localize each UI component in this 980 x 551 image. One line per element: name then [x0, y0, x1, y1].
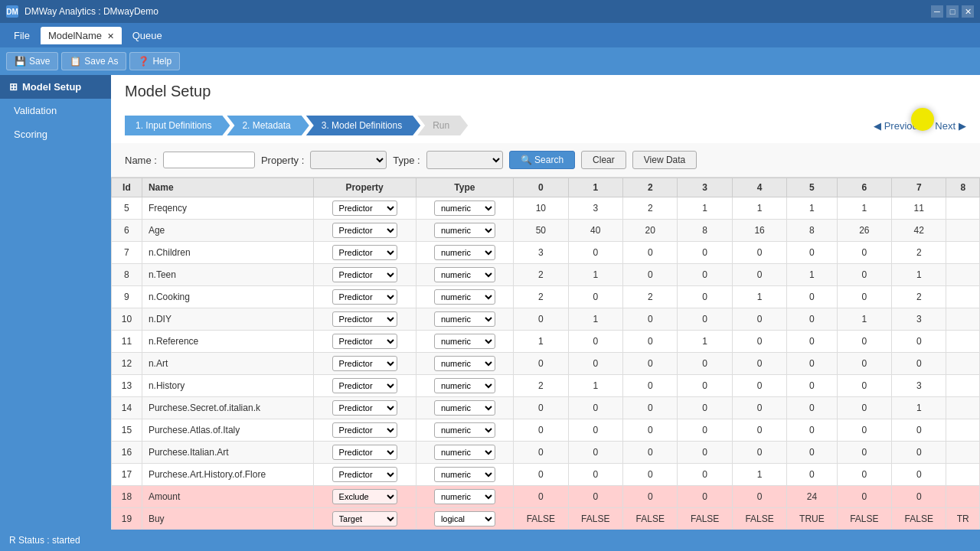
- property-select[interactable]: PredictorExcludeTarget: [332, 267, 397, 282]
- cell-property[interactable]: PredictorExcludeTarget: [313, 464, 416, 486]
- saveas-button[interactable]: 📋 Save As: [61, 52, 126, 70]
- type-select[interactable]: numericlogical: [434, 245, 495, 260]
- cell-property[interactable]: PredictorExcludeTarget: [313, 508, 416, 530]
- type-select[interactable]: numericlogical: [434, 378, 495, 393]
- cell-type[interactable]: numericlogical: [416, 220, 514, 242]
- name-input[interactable]: [163, 152, 255, 168]
- search-button[interactable]: 🔍 Search: [509, 151, 575, 169]
- property-select[interactable]: PredictorExcludeTarget: [332, 201, 397, 216]
- type-select[interactable]: numericlogical: [434, 289, 495, 305]
- cell-property[interactable]: PredictorExcludeTarget: [313, 197, 416, 220]
- cell-property[interactable]: PredictorExcludeTarget: [313, 397, 416, 419]
- cell-value-2: 0: [623, 308, 678, 331]
- property-select[interactable]: PredictorExcludeTarget: [332, 400, 397, 416]
- cell-value-2: 0: [623, 375, 678, 397]
- cell-type[interactable]: numericlogical: [416, 286, 514, 308]
- type-select[interactable]: numericlogical: [434, 422, 495, 438]
- next-button[interactable]: Next ▶: [935, 120, 966, 132]
- cell-property[interactable]: PredictorExcludeTarget: [313, 486, 416, 508]
- cell-type[interactable]: numericlogical: [416, 375, 514, 397]
- cell-type[interactable]: numericlogical: [416, 242, 514, 264]
- sidebar-item-scoring[interactable]: Scoring: [0, 122, 111, 146]
- close-button[interactable]: ✕: [962, 5, 974, 18]
- type-select[interactable]: numericlogical: [434, 467, 495, 482]
- viewdata-button[interactable]: View Data: [632, 151, 697, 169]
- table-row: 5FreqencyPredictorExcludeTargetnumericlo…: [112, 197, 980, 220]
- cell-type[interactable]: numericlogical: [416, 419, 514, 442]
- cell-type[interactable]: numericlogical: [416, 308, 514, 331]
- property-select[interactable]: PredictorExcludeTarget: [332, 356, 397, 371]
- cell-id: 5: [112, 197, 142, 220]
- cell-property[interactable]: PredictorExcludeTarget: [313, 286, 416, 308]
- cell-type[interactable]: numericlogical: [416, 331, 514, 353]
- cell-type[interactable]: numericlogical: [416, 353, 514, 375]
- wizard-nav-row: 1. Input Definitions 2. Metadata 3. Mode…: [111, 116, 980, 143]
- type-select[interactable]: numericlogical: [434, 511, 495, 527]
- cell-property[interactable]: PredictorExcludeTarget: [313, 419, 416, 442]
- tab-close-icon[interactable]: ✕: [107, 31, 114, 41]
- type-select[interactable]: numericlogical: [434, 334, 495, 349]
- type-select[interactable]: numericlogical: [434, 201, 495, 216]
- cell-property[interactable]: PredictorExcludeTarget: [313, 353, 416, 375]
- property-filter-select[interactable]: Predictor Exclude Target: [310, 151, 387, 169]
- cell-property[interactable]: PredictorExcludeTarget: [313, 242, 416, 264]
- cell-type[interactable]: numericlogical: [416, 508, 514, 530]
- property-select[interactable]: PredictorExcludeTarget: [332, 445, 397, 460]
- sidebar-item-model-setup[interactable]: ⊞ Model Setup: [0, 75, 111, 99]
- menu-file[interactable]: File: [6, 27, 38, 44]
- cell-value-2: 0: [623, 442, 678, 464]
- type-select[interactable]: numericlogical: [434, 356, 495, 371]
- type-select[interactable]: numericlogical: [434, 267, 495, 282]
- type-filter-select[interactable]: numeric logical: [426, 151, 503, 169]
- save-button[interactable]: 💾 Save: [6, 52, 58, 70]
- cell-property[interactable]: PredictorExcludeTarget: [313, 220, 416, 242]
- sidebar-item-validation[interactable]: Validation: [0, 99, 111, 122]
- cell-property[interactable]: PredictorExcludeTarget: [313, 375, 416, 397]
- type-select[interactable]: numericlogical: [434, 445, 495, 460]
- cell-property[interactable]: PredictorExcludeTarget: [313, 331, 416, 353]
- cell-id: 17: [112, 464, 142, 486]
- cell-type[interactable]: numericlogical: [416, 264, 514, 286]
- property-select[interactable]: PredictorExcludeTarget: [332, 378, 397, 393]
- cell-value-7: 2: [892, 242, 946, 264]
- minimize-button[interactable]: ─: [931, 5, 943, 18]
- property-select[interactable]: PredictorExcludeTarget: [332, 223, 397, 238]
- cell-value-4: 0: [732, 397, 786, 419]
- type-select[interactable]: numericlogical: [434, 400, 495, 416]
- cell-property[interactable]: PredictorExcludeTarget: [313, 442, 416, 464]
- cell-value-1: 3: [568, 197, 622, 220]
- menu-modelname[interactable]: ModelName ✕: [41, 27, 122, 44]
- cell-value-8: [946, 264, 980, 286]
- property-select[interactable]: PredictorExcludeTarget: [332, 311, 397, 327]
- property-select[interactable]: PredictorExcludeTarget: [332, 245, 397, 260]
- cell-type[interactable]: numericlogical: [416, 397, 514, 419]
- model-setup-icon: ⊞: [9, 81, 18, 93]
- property-select[interactable]: PredictorExcludeTarget: [332, 489, 397, 504]
- cell-type[interactable]: numericlogical: [416, 442, 514, 464]
- maximize-button[interactable]: □: [946, 5, 959, 18]
- wizard-step-input-definitions[interactable]: 1. Input Definitions: [125, 116, 230, 135]
- type-select[interactable]: numericlogical: [434, 489, 495, 504]
- cell-type[interactable]: numericlogical: [416, 464, 514, 486]
- cell-value-6: FALSE: [837, 508, 891, 530]
- help-button[interactable]: ❓ Help: [129, 52, 180, 70]
- table-row: 8n.TeenPredictorExcludeTargetnumericlogi…: [112, 264, 980, 286]
- menu-queue[interactable]: Queue: [125, 27, 170, 44]
- cell-type[interactable]: numericlogical: [416, 486, 514, 508]
- cell-id: 16: [112, 442, 142, 464]
- table-row: 7n.ChildrenPredictorExcludeTargetnumeric…: [112, 242, 980, 264]
- wizard-step-model-definitions[interactable]: 3. Model Definitions: [306, 116, 420, 135]
- cell-type[interactable]: numericlogical: [416, 197, 514, 220]
- cell-property[interactable]: PredictorExcludeTarget: [313, 308, 416, 331]
- type-select[interactable]: numericlogical: [434, 223, 495, 238]
- clear-button[interactable]: Clear: [581, 151, 626, 169]
- cell-property[interactable]: PredictorExcludeTarget: [313, 264, 416, 286]
- cell-value-4: 0: [732, 375, 786, 397]
- property-select[interactable]: PredictorExcludeTarget: [332, 289, 397, 305]
- property-select[interactable]: PredictorExcludeTarget: [332, 334, 397, 349]
- property-select[interactable]: PredictorExcludeTarget: [332, 422, 397, 438]
- property-select[interactable]: PredictorExcludeTarget: [332, 511, 397, 527]
- wizard-step-metadata[interactable]: 2. Metadata: [227, 116, 309, 135]
- type-select[interactable]: numericlogical: [434, 311, 495, 327]
- property-select[interactable]: PredictorExcludeTarget: [332, 467, 397, 482]
